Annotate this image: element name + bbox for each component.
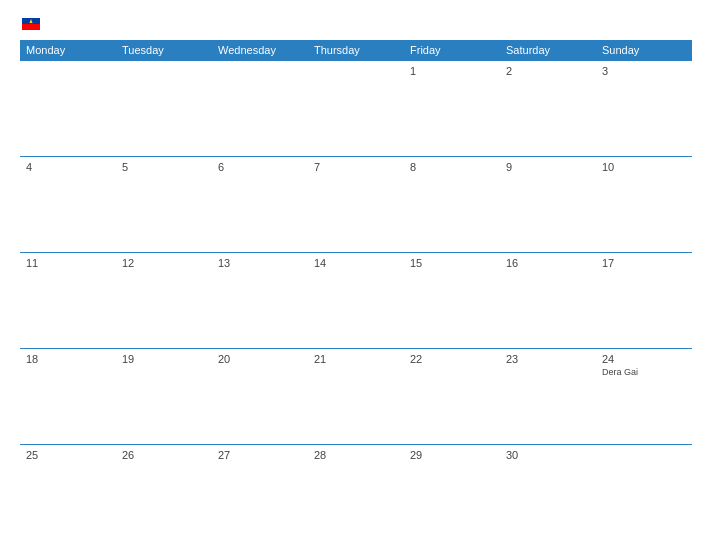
day-number: 19 <box>122 353 206 365</box>
header <box>20 18 692 30</box>
calendar-cell <box>308 61 404 157</box>
calendar-cell: 24Dera Gai <box>596 348 692 444</box>
day-number: 4 <box>26 161 110 173</box>
week-row-1: 123 <box>20 61 692 157</box>
day-number: 14 <box>314 257 398 269</box>
calendar-cell: 4 <box>20 156 116 252</box>
weekday-header-saturday: Saturday <box>500 40 596 61</box>
day-number: 28 <box>314 449 398 461</box>
calendar-cell <box>596 444 692 540</box>
calendar-cell: 25 <box>20 444 116 540</box>
calendar-cell: 18 <box>20 348 116 444</box>
calendar-cell: 14 <box>308 252 404 348</box>
calendar-cell: 22 <box>404 348 500 444</box>
calendar-cell: 15 <box>404 252 500 348</box>
calendar-cell <box>20 61 116 157</box>
day-number: 27 <box>218 449 302 461</box>
calendar-cell: 2 <box>500 61 596 157</box>
calendar-cell: 1 <box>404 61 500 157</box>
calendar-cell: 16 <box>500 252 596 348</box>
day-number: 7 <box>314 161 398 173</box>
weekday-header-monday: Monday <box>20 40 116 61</box>
calendar-cell: 5 <box>116 156 212 252</box>
calendar-cell: 10 <box>596 156 692 252</box>
day-number: 15 <box>410 257 494 269</box>
calendar-cell: 27 <box>212 444 308 540</box>
day-number: 3 <box>602 65 686 77</box>
day-number: 22 <box>410 353 494 365</box>
day-number: 12 <box>122 257 206 269</box>
week-row-2: 45678910 <box>20 156 692 252</box>
day-number: 26 <box>122 449 206 461</box>
calendar-table: MondayTuesdayWednesdayThursdayFridaySatu… <box>20 40 692 540</box>
calendar-page: MondayTuesdayWednesdayThursdayFridaySatu… <box>0 0 712 550</box>
weekday-header-friday: Friday <box>404 40 500 61</box>
day-number: 21 <box>314 353 398 365</box>
day-number: 6 <box>218 161 302 173</box>
calendar-cell: 6 <box>212 156 308 252</box>
event-label: Dera Gai <box>602 367 686 377</box>
week-row-5: 252627282930 <box>20 444 692 540</box>
week-row-4: 18192021222324Dera Gai <box>20 348 692 444</box>
calendar-cell: 29 <box>404 444 500 540</box>
day-number: 17 <box>602 257 686 269</box>
week-row-3: 11121314151617 <box>20 252 692 348</box>
calendar-cell: 23 <box>500 348 596 444</box>
weekday-header-sunday: Sunday <box>596 40 692 61</box>
day-number: 13 <box>218 257 302 269</box>
calendar-cell <box>116 61 212 157</box>
day-number: 1 <box>410 65 494 77</box>
weekday-header-tuesday: Tuesday <box>116 40 212 61</box>
calendar-cell: 8 <box>404 156 500 252</box>
day-number: 20 <box>218 353 302 365</box>
logo <box>20 18 40 30</box>
day-number: 30 <box>506 449 590 461</box>
day-number: 18 <box>26 353 110 365</box>
day-number: 16 <box>506 257 590 269</box>
day-number: 23 <box>506 353 590 365</box>
svg-rect-1 <box>22 24 40 30</box>
day-number: 8 <box>410 161 494 173</box>
calendar-cell: 9 <box>500 156 596 252</box>
calendar-cell: 26 <box>116 444 212 540</box>
day-number: 5 <box>122 161 206 173</box>
calendar-cell: 12 <box>116 252 212 348</box>
day-number: 24 <box>602 353 686 365</box>
calendar-cell: 30 <box>500 444 596 540</box>
calendar-cell: 17 <box>596 252 692 348</box>
calendar-cell <box>212 61 308 157</box>
day-number: 10 <box>602 161 686 173</box>
calendar-cell: 11 <box>20 252 116 348</box>
calendar-cell: 19 <box>116 348 212 444</box>
weekday-header-thursday: Thursday <box>308 40 404 61</box>
calendar-cell: 7 <box>308 156 404 252</box>
day-number: 25 <box>26 449 110 461</box>
calendar-cell: 20 <box>212 348 308 444</box>
day-number: 2 <box>506 65 590 77</box>
day-number: 9 <box>506 161 590 173</box>
weekday-header-wednesday: Wednesday <box>212 40 308 61</box>
calendar-cell: 28 <box>308 444 404 540</box>
calendar-cell: 21 <box>308 348 404 444</box>
logo-flag-icon <box>22 18 40 30</box>
weekday-header-row: MondayTuesdayWednesdayThursdayFridaySatu… <box>20 40 692 61</box>
calendar-cell: 13 <box>212 252 308 348</box>
day-number: 29 <box>410 449 494 461</box>
day-number: 11 <box>26 257 110 269</box>
calendar-cell: 3 <box>596 61 692 157</box>
